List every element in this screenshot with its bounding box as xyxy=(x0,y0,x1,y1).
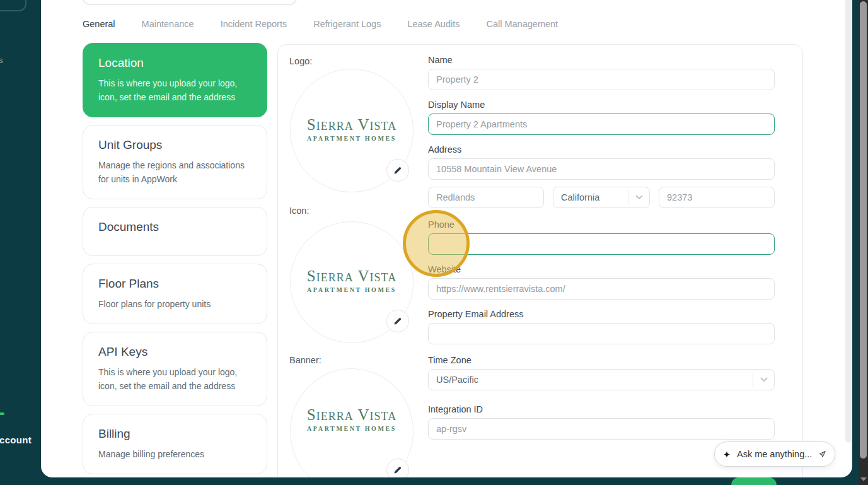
name-label: Name xyxy=(428,55,775,65)
browser-scrollbar-track[interactable] xyxy=(859,0,868,485)
icon-label: Icon: xyxy=(289,206,309,216)
edit-banner-button[interactable] xyxy=(386,459,409,477)
phone-label: Phone xyxy=(428,219,775,230)
city-field[interactable] xyxy=(428,187,544,208)
nav-card-billing[interactable]: Billing Manage billing preferences xyxy=(83,414,267,474)
nav-card-subtitle: Floor plans for property units xyxy=(98,297,252,311)
nav-card-subtitle: Manage the regions and associations for … xyxy=(98,158,252,186)
sidebar-item-account[interactable]: ccount xyxy=(0,435,32,445)
location-settings-form: Logo: Sierra Vista APARTMENT HOMES Icon:… xyxy=(277,44,803,477)
nav-card-unit-groups[interactable]: Unit Groups Manage the regions and assoc… xyxy=(83,125,267,199)
edit-icon-button[interactable] xyxy=(386,310,409,332)
pencil-icon xyxy=(393,316,403,326)
settings-tab-bar: General Maintenance Incident Reports Ref… xyxy=(83,19,558,29)
timezone-label: Time Zone xyxy=(428,355,775,365)
nav-card-title: Billing xyxy=(98,427,252,441)
chevron-down-icon xyxy=(753,373,774,387)
integration-id-field[interactable] xyxy=(428,418,775,440)
sierra-vista-logo: Sierra Vista APARTMENT HOMES xyxy=(307,267,396,293)
nav-card-api-keys[interactable]: API Keys This is where you upload your l… xyxy=(83,332,267,406)
nav-card-title: Documents xyxy=(98,220,252,234)
banner-image: Sierra Vista APARTMENT HOMES xyxy=(290,368,414,477)
pencil-icon xyxy=(393,165,403,175)
property-email-label: Property Email Address xyxy=(428,309,775,319)
property-email-field[interactable] xyxy=(428,323,775,344)
tab-call-management[interactable]: Call Management xyxy=(486,19,558,29)
website-label: Website xyxy=(428,264,775,274)
ask-ai-input[interactable]: Ask me anything... xyxy=(714,441,835,467)
save-button[interactable] xyxy=(731,477,777,485)
browser-scrollbar-thumb[interactable] xyxy=(860,1,867,459)
ask-ai-placeholder: Ask me anything... xyxy=(737,449,812,459)
timezone-select[interactable]: US/Pacific xyxy=(428,369,775,390)
nav-card-subtitle: This is where you upload your logo, icon… xyxy=(98,76,252,104)
chevron-down-icon xyxy=(628,190,649,204)
nav-card-floor-plans[interactable]: Floor Plans Floor plans for property uni… xyxy=(83,264,267,324)
sidebar-partial-green-text xyxy=(0,412,4,415)
address-label: Address xyxy=(428,144,775,155)
display-name-label: Display Name xyxy=(428,100,775,110)
zip-field[interactable] xyxy=(659,187,775,208)
nav-card-subtitle: This is where you upload your logo, icon… xyxy=(98,365,252,393)
send-icon[interactable] xyxy=(818,448,826,460)
sierra-vista-logo: Sierra Vista APARTMENT HOMES xyxy=(307,406,396,432)
name-field[interactable] xyxy=(428,69,775,90)
sierra-vista-logo: Sierra Vista APARTMENT HOMES xyxy=(307,116,396,142)
address-field[interactable] xyxy=(428,158,775,180)
tab-maintenance[interactable]: Maintenance xyxy=(142,19,194,29)
sidebar-logo-outline xyxy=(0,0,26,11)
app-window: s ccount General Maintenance Incident Re… xyxy=(0,0,868,485)
nav-card-title: Location xyxy=(98,56,252,70)
logo-image: Sierra Vista APARTMENT HOMES xyxy=(290,69,414,192)
state-select[interactable]: California xyxy=(553,187,650,208)
sparkle-icon xyxy=(723,449,731,460)
nav-card-title: Floor Plans xyxy=(98,277,252,291)
search-input[interactable] xyxy=(82,0,298,5)
settings-nav-list: Location This is where you upload your l… xyxy=(83,43,267,474)
tab-general[interactable]: General xyxy=(83,19,115,29)
nav-card-title: Unit Groups xyxy=(98,138,252,152)
integration-id-label: Integration ID xyxy=(428,404,775,414)
scroll-down-arrow-icon[interactable] xyxy=(860,477,867,481)
sidebar-partial-label: s xyxy=(0,56,3,65)
nav-card-subtitle: Manage billing preferences xyxy=(98,447,252,461)
nav-card-documents[interactable]: Documents xyxy=(83,207,267,256)
logo-label: Logo: xyxy=(289,56,312,66)
website-field[interactable] xyxy=(428,278,775,300)
tab-lease-audits[interactable]: Lease Audits xyxy=(407,19,460,29)
phone-field[interactable] xyxy=(428,233,775,255)
icon-image: Sierra Vista APARTMENT HOMES xyxy=(290,221,414,343)
edit-logo-button[interactable] xyxy=(386,159,409,182)
display-name-field[interactable] xyxy=(428,114,775,135)
main-content-panel: General Maintenance Incident Reports Ref… xyxy=(41,0,852,477)
pencil-icon xyxy=(393,465,403,475)
tab-incident-reports[interactable]: Incident Reports xyxy=(221,19,287,29)
nav-card-title: API Keys xyxy=(98,345,252,359)
banner-label: Banner: xyxy=(289,355,321,365)
nav-card-location[interactable]: Location This is where you upload your l… xyxy=(83,43,267,117)
tab-refrigerant-logs[interactable]: Refrigerant Logs xyxy=(313,19,381,29)
inner-scrollbar-track[interactable] xyxy=(845,0,852,443)
